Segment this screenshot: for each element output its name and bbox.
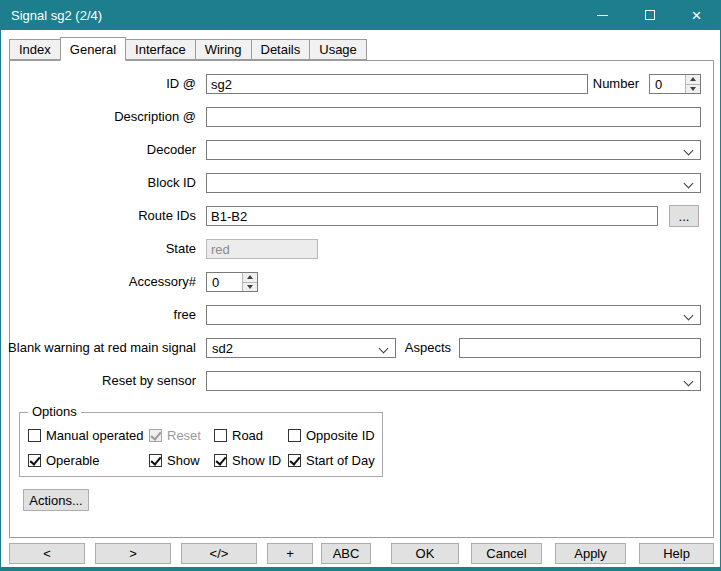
blank-warning-label: Blank warning at red main signal [8, 338, 196, 358]
show-label: Show [167, 453, 200, 468]
opposite-id-option[interactable]: Opposite ID [288, 428, 375, 443]
road-option[interactable]: Road [214, 428, 263, 443]
aspects-label: Aspects [405, 338, 451, 358]
window-title: Signal sg2 (2/4) [11, 8, 102, 23]
chevron-down-icon [684, 311, 694, 321]
free-label: free [174, 305, 196, 325]
signal-properties-dialog: Signal sg2 (2/4) × Index General Interfa… [0, 0, 721, 571]
decoder-label: Decoder [147, 140, 196, 160]
aspects-input[interactable] [459, 338, 701, 358]
tab-interface[interactable]: Interface [125, 39, 196, 60]
number-spinner[interactable]: 0 [649, 74, 701, 94]
number-spin-down-button[interactable] [685, 84, 700, 94]
operable-label: Operable [46, 453, 99, 468]
accessory-spin-buttons [242, 273, 257, 291]
reset-label: Reset [167, 428, 201, 443]
close-button[interactable]: × [673, 0, 720, 30]
add-button[interactable]: + [267, 543, 313, 564]
number-value[interactable]: 0 [650, 75, 685, 93]
next-button[interactable]: > [95, 543, 171, 564]
state-input [206, 239, 318, 259]
spin-down-icon [690, 87, 696, 91]
show-id-option[interactable]: Show ID [214, 453, 281, 468]
reset-by-sensor-combobox[interactable] [206, 371, 701, 391]
reset-by-sensor-label: Reset by sensor [102, 371, 196, 391]
xml-button[interactable]: </> [181, 543, 257, 564]
window-bottom-border [1, 567, 720, 571]
block-id-label: Block ID [148, 173, 196, 193]
cancel-button[interactable]: Cancel [471, 543, 542, 564]
chevron-down-icon [379, 344, 389, 354]
accessory-value[interactable]: 0 [207, 273, 242, 291]
accessory-spin-down-button[interactable] [242, 282, 257, 292]
options-group: Options Manual operated Reset Road Oppos… [19, 412, 383, 477]
blank-warning-value: sd2 [212, 341, 233, 356]
prev-button[interactable]: < [9, 543, 85, 564]
tab-general[interactable]: General [60, 37, 126, 61]
id-input[interactable] [206, 74, 588, 94]
manual-operated-label: Manual operated [46, 428, 144, 443]
show-option[interactable]: Show [149, 453, 200, 468]
operable-option[interactable]: Operable [28, 453, 99, 468]
window-controls: × [579, 0, 720, 30]
manual-operated-option[interactable]: Manual operated [28, 428, 144, 443]
options-legend: Options [28, 404, 81, 420]
id-label: ID @ [166, 74, 196, 94]
tab-usage[interactable]: Usage [309, 39, 367, 60]
tab-index[interactable]: Index [9, 39, 61, 60]
close-icon: × [692, 7, 702, 24]
chevron-down-icon [684, 377, 694, 387]
description-input[interactable] [206, 107, 701, 127]
route-ids-input[interactable] [206, 206, 658, 226]
apply-button[interactable]: Apply [555, 543, 626, 564]
free-combobox[interactable] [206, 305, 701, 325]
number-label: Number [593, 74, 639, 94]
manual-operated-checkbox[interactable] [28, 429, 41, 442]
route-ids-browse-button[interactable]: ... [669, 205, 699, 227]
maximize-icon [645, 10, 655, 20]
road-label: Road [232, 428, 263, 443]
ok-button[interactable]: OK [391, 543, 459, 564]
show-id-checkbox[interactable] [214, 454, 227, 467]
accessory-label: Accessory# [129, 272, 196, 292]
number-spin-buttons [685, 75, 700, 93]
tab-wiring[interactable]: Wiring [195, 39, 252, 60]
block-id-combobox[interactable] [206, 173, 701, 193]
start-of-day-label: Start of Day [306, 453, 375, 468]
minimize-icon [597, 15, 608, 16]
abc-button[interactable]: ABC [321, 543, 371, 564]
accessory-spinner[interactable]: 0 [206, 272, 258, 292]
chevron-down-icon [684, 179, 694, 189]
reset-checkbox [149, 429, 162, 442]
opposite-id-label: Opposite ID [306, 428, 375, 443]
maximize-button[interactable] [626, 0, 673, 30]
show-checkbox[interactable] [149, 454, 162, 467]
chevron-down-icon [684, 146, 694, 156]
blank-warning-combobox[interactable]: sd2 [206, 338, 396, 358]
spin-up-icon [690, 77, 696, 81]
decoder-combobox[interactable] [206, 140, 701, 160]
start-of-day-option[interactable]: Start of Day [288, 453, 375, 468]
route-ids-label: Route IDs [138, 206, 196, 226]
road-checkbox[interactable] [214, 429, 227, 442]
actions-button[interactable]: Actions... [23, 489, 89, 511]
minimize-button[interactable] [579, 0, 626, 30]
tab-details[interactable]: Details [251, 39, 311, 60]
tab-bar: Index General Interface Wiring Details U… [9, 36, 366, 60]
opposite-id-checkbox[interactable] [288, 429, 301, 442]
help-button[interactable]: Help [639, 543, 714, 564]
spin-up-icon [247, 275, 253, 279]
start-of-day-checkbox[interactable] [288, 454, 301, 467]
description-label: Description @ [114, 107, 196, 127]
accessory-spin-up-button[interactable] [242, 273, 257, 282]
reset-option: Reset [149, 428, 201, 443]
spin-down-icon [247, 285, 253, 289]
operable-checkbox[interactable] [28, 454, 41, 467]
show-id-label: Show ID [232, 453, 281, 468]
state-label: State [166, 239, 196, 259]
window-titlebar[interactable]: Signal sg2 (2/4) × [1, 0, 720, 30]
number-spin-up-button[interactable] [685, 75, 700, 84]
